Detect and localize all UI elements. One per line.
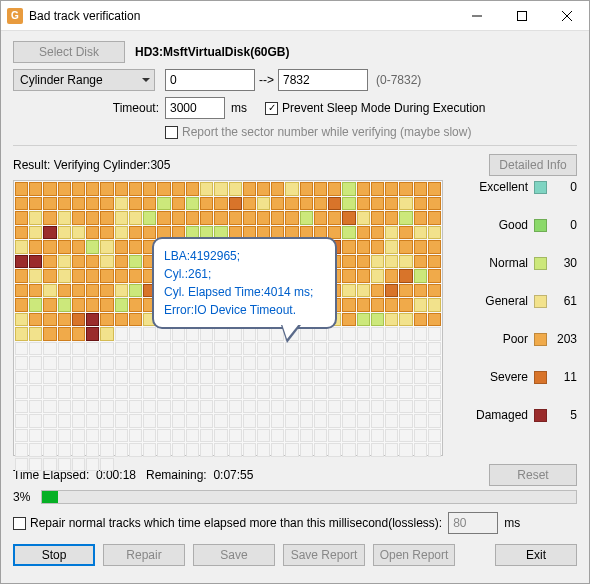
- grid-cell: [72, 385, 85, 399]
- grid-cell: [72, 211, 85, 225]
- grid-cell: [15, 385, 28, 399]
- grid-cell: [285, 414, 298, 428]
- grid-cell: [414, 400, 427, 414]
- grid-cell: [314, 400, 327, 414]
- range-hint: (0-7832): [376, 73, 421, 87]
- grid-cell: [43, 313, 56, 327]
- range-mode-select[interactable]: Cylinder Range: [13, 69, 155, 91]
- grid-cell: [186, 443, 199, 457]
- grid-cell: [15, 240, 28, 254]
- save-report-button[interactable]: Save Report: [283, 544, 365, 566]
- grid-cell: [172, 342, 185, 356]
- detailed-info-button[interactable]: Detailed Info: [489, 154, 577, 176]
- grid-cell: [357, 255, 370, 269]
- grid-cell: [15, 356, 28, 370]
- grid-cell: [214, 414, 227, 428]
- grid-cell: [172, 327, 185, 341]
- grid-cell: [399, 211, 412, 225]
- timeout-input[interactable]: [165, 97, 225, 119]
- grid-cell: [371, 182, 384, 196]
- grid-cell: [414, 298, 427, 312]
- grid-cell: [115, 400, 128, 414]
- grid-cell: [285, 211, 298, 225]
- separator: [13, 145, 577, 146]
- grid-cell: [100, 255, 113, 269]
- grid-cell: [357, 414, 370, 428]
- timeout-label: Timeout:: [13, 101, 165, 115]
- maximize-button[interactable]: [499, 1, 544, 31]
- grid-cell: [72, 269, 85, 283]
- grid-cell: [200, 414, 213, 428]
- open-report-button[interactable]: Open Report: [373, 544, 455, 566]
- grid-cell: [115, 269, 128, 283]
- grid-cell: [58, 240, 71, 254]
- grid-cell: [129, 211, 142, 225]
- grid-cell: [115, 284, 128, 298]
- stop-button[interactable]: Stop: [13, 544, 95, 566]
- grid-cell: [43, 269, 56, 283]
- grid-cell: [357, 385, 370, 399]
- save-button[interactable]: Save: [193, 544, 275, 566]
- grid-cell: [229, 342, 242, 356]
- report-sector-checkbox[interactable]: [165, 126, 178, 139]
- grid-cell: [371, 284, 384, 298]
- grid-cell: [200, 429, 213, 443]
- grid-cell: [314, 429, 327, 443]
- grid-cell: [414, 240, 427, 254]
- grid-cell: [271, 356, 284, 370]
- grid-cell: [300, 385, 313, 399]
- range-to-input[interactable]: [278, 69, 368, 91]
- grid-cell: [29, 327, 42, 341]
- legend-poor-value: 203: [551, 332, 577, 346]
- legend-good-swatch: [534, 219, 547, 232]
- repair-checkbox[interactable]: [13, 517, 26, 530]
- grid-cell: [143, 443, 156, 457]
- result-label: Result: Verifying Cylinder:305: [13, 158, 489, 172]
- range-mode-label: Cylinder Range: [20, 73, 103, 87]
- range-from-input[interactable]: [165, 69, 255, 91]
- grid-cell: [143, 371, 156, 385]
- reset-button[interactable]: Reset: [489, 464, 577, 486]
- grid-cell: [43, 414, 56, 428]
- prevent-sleep-checkbox[interactable]: [265, 102, 278, 115]
- grid-cell: [58, 255, 71, 269]
- grid-cell: [100, 284, 113, 298]
- grid-cell: [414, 182, 427, 196]
- grid-cell: [371, 240, 384, 254]
- grid-cell: [29, 182, 42, 196]
- disk-name: HD3:MsftVirtualDisk(60GB): [135, 45, 289, 59]
- grid-cell: [229, 182, 242, 196]
- grid-cell: [257, 356, 270, 370]
- grid-cell: [43, 182, 56, 196]
- grid-cell: [15, 313, 28, 327]
- grid-cell: [157, 356, 170, 370]
- grid-cell: [157, 342, 170, 356]
- chevron-down-icon: [142, 78, 150, 82]
- grid-cell: [257, 400, 270, 414]
- grid-cell: [243, 371, 256, 385]
- grid-cell: [72, 327, 85, 341]
- grid-cell: [399, 269, 412, 283]
- grid-cell: [243, 414, 256, 428]
- grid-cell: [314, 197, 327, 211]
- grid-cell: [86, 458, 99, 472]
- repair-button[interactable]: Repair: [103, 544, 185, 566]
- grid-cell: [271, 385, 284, 399]
- grid-cell: [328, 385, 341, 399]
- grid-cell: [86, 443, 99, 457]
- report-sector-label: Report the sector number while verifying…: [182, 125, 471, 139]
- grid-cell: [143, 327, 156, 341]
- grid-cell: [399, 385, 412, 399]
- grid-cell: [58, 197, 71, 211]
- minimize-button[interactable]: [454, 1, 499, 31]
- grid-cell: [200, 385, 213, 399]
- grid-cell: [414, 342, 427, 356]
- grid-cell: [129, 182, 142, 196]
- exit-button[interactable]: Exit: [495, 544, 577, 566]
- grid-cell: [342, 371, 355, 385]
- close-button[interactable]: [544, 1, 589, 31]
- grid-cell: [29, 313, 42, 327]
- grid-cell: [100, 313, 113, 327]
- select-disk-button[interactable]: Select Disk: [13, 41, 125, 63]
- grid-cell: [172, 385, 185, 399]
